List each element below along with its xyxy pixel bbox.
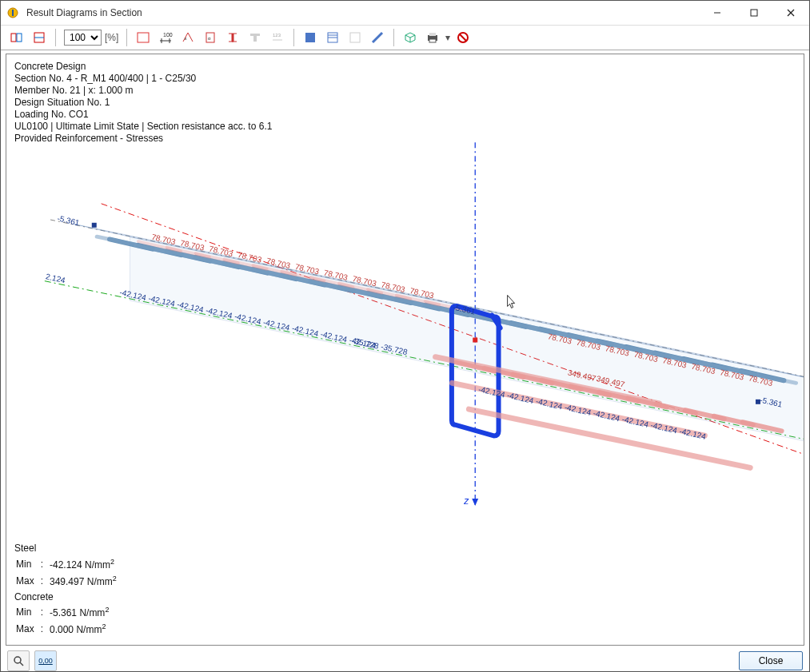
svg-rect-6 (11, 34, 16, 42)
svg-text:-5.361: -5.361 (56, 213, 80, 227)
svg-rect-28 (429, 33, 436, 36)
svg-marker-36 (472, 499, 478, 506)
stress-b-button[interactable]: σ (200, 27, 221, 48)
app-icon (1, 6, 25, 19)
iso-view-button[interactable] (400, 27, 421, 48)
minimize-button[interactable] (699, 1, 736, 25)
zoom-select[interactable]: 5075100125150200 (64, 30, 102, 46)
svg-rect-93 (92, 223, 97, 228)
svg-rect-10 (138, 33, 149, 42)
svg-text:100: 100 (163, 32, 173, 38)
svg-rect-26 (350, 33, 360, 42)
svg-text:-42.124: -42.124 (650, 420, 679, 435)
dropdown-caret-icon[interactable]: ▾ (445, 32, 450, 43)
svg-text:-42.124: -42.124 (506, 391, 535, 405)
svg-rect-18 (250, 34, 260, 36)
title-bar: Result Diagrams in Section (1, 1, 809, 26)
svg-text:z: z (463, 495, 469, 507)
section-t-button[interactable] (245, 27, 265, 48)
svg-rect-7 (17, 34, 22, 42)
fill-b-button[interactable] (322, 27, 343, 48)
print-button[interactable] (422, 27, 443, 48)
diagram-canvas[interactable]: Concrete Design Section No. 4 - R_M1 400… (6, 54, 804, 646)
search-footer-button[interactable] (7, 650, 30, 671)
svg-text:-42.124: -42.124 (535, 396, 564, 411)
fill-c-button[interactable] (345, 27, 365, 48)
toolbar: 5075100125150200 [%] 100 ε σ 123 ▾ (1, 26, 809, 50)
svg-text:-42.124: -42.124 (593, 408, 621, 423)
scene-svg: z-5.361-5.361-5.3612.124-42.124-42.124-4… (6, 54, 804, 645)
fill-a-button[interactable] (300, 27, 321, 48)
zoom-unit-label: [%] (105, 32, 118, 43)
section-i-button[interactable] (222, 27, 243, 48)
view-mode-a-button[interactable] (6, 27, 27, 48)
window-title: Result Diagrams in Section (25, 7, 699, 18)
svg-rect-3 (751, 10, 757, 16)
svg-text:σ: σ (208, 36, 211, 41)
frame-toggle-button[interactable] (133, 27, 154, 48)
numbering-button[interactable]: 123 (267, 27, 288, 48)
svg-rect-1 (12, 10, 14, 16)
svg-line-31 (460, 34, 466, 41)
svg-rect-22 (305, 33, 315, 42)
svg-text:-42.124: -42.124 (679, 427, 708, 441)
dialog-footer: 0,00 Close (1, 646, 809, 672)
dimension-button[interactable]: 100 (155, 27, 176, 48)
svg-rect-29 (429, 39, 436, 42)
close-window-button[interactable] (772, 1, 809, 25)
svg-text:-42.124: -42.124 (621, 415, 650, 429)
svg-text:123: 123 (273, 33, 281, 38)
units-footer-button[interactable]: 0,00 (34, 650, 57, 671)
fill-d-button[interactable] (367, 27, 388, 48)
svg-point-139 (14, 657, 21, 663)
zoom-control[interactable]: 5075100125150200 [%] (64, 30, 118, 46)
svg-rect-19 (253, 36, 257, 42)
delete-diagram-button[interactable] (453, 27, 473, 48)
close-button[interactable]: Close (739, 651, 803, 670)
svg-rect-92 (473, 338, 477, 343)
view-mode-b-button[interactable] (29, 27, 50, 48)
stress-a-button[interactable]: ε (178, 27, 198, 48)
svg-text:-42.124: -42.124 (477, 384, 506, 399)
maximize-button[interactable] (736, 1, 772, 25)
svg-line-140 (20, 662, 23, 666)
svg-text:ε: ε (185, 36, 187, 41)
svg-text:-42.124: -42.124 (564, 403, 593, 417)
